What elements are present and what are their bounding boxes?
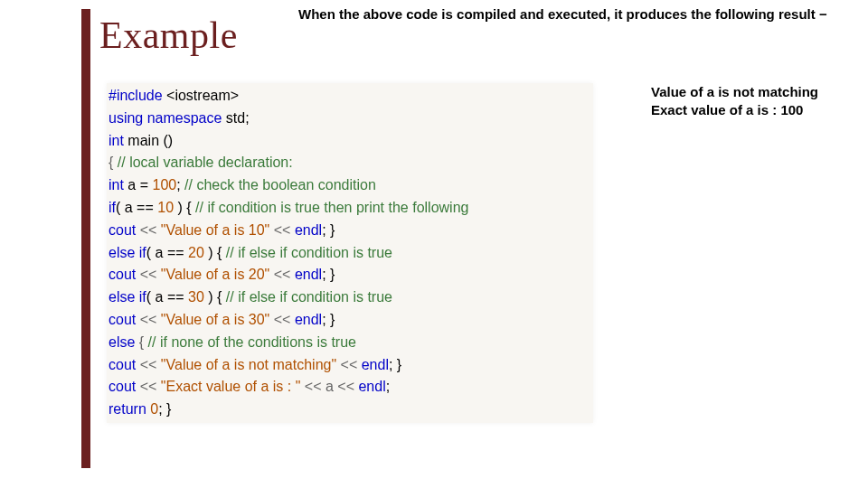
code-line: #include <iostream> — [108, 85, 588, 108]
code-line: cout << "Value of a is not matching" << … — [108, 354, 588, 377]
output-line: Exact value of a is : 100 — [651, 101, 818, 119]
code-line: cout << "Value of a is 20" << endl; } — [108, 264, 588, 286]
code-line: cout << "Value of a is 10" << endl; } — [108, 220, 588, 242]
output-line: Value of a is not matching — [651, 83, 818, 101]
code-line: cout << "Exact value of a is : " << a <<… — [108, 376, 588, 399]
program-output: Value of a is not matching Exact value o… — [651, 83, 818, 118]
code-line: return 0; } — [108, 399, 588, 421]
code-line: cout << "Value of a is 30" << endl; } — [108, 309, 588, 332]
accent-bar — [81, 9, 90, 468]
code-line: { // local variable declaration: — [108, 152, 588, 174]
code-line: int a = 100; // check the boolean condit… — [108, 174, 588, 197]
code-line: int main () — [108, 130, 588, 153]
code-line: else if( a == 20 ) { // if else if condi… — [108, 242, 588, 265]
code-line: else if( a == 30 ) { // if else if condi… — [108, 286, 588, 309]
intro-text: When the above code is compiled and exec… — [298, 5, 850, 23]
page-title: Example — [99, 14, 238, 57]
slide: Example When the above code is compiled … — [0, 0, 868, 488]
code-line: else { // if none of the conditions is t… — [108, 332, 588, 354]
code-example: #include <iostream> using namespace std;… — [107, 83, 593, 423]
code-line: using namespace std; — [108, 108, 588, 130]
code-line: if( a == 10 ) { // if condition is true … — [108, 197, 588, 220]
